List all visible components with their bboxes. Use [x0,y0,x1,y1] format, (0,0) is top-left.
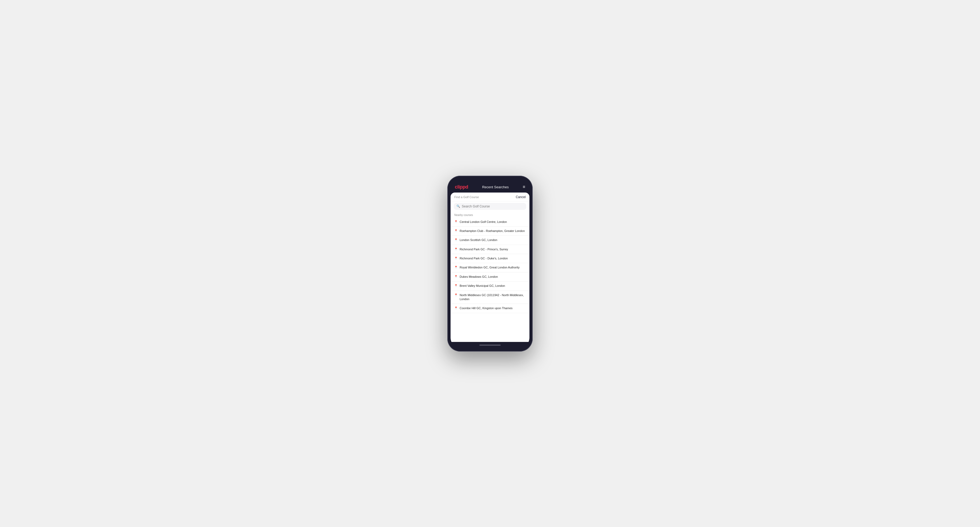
find-label: Find a Golf Course [454,195,479,198]
menu-icon[interactable]: ≡ [523,185,525,189]
course-list-item[interactable]: 📍Central London Golf Centre, London [450,217,530,227]
phone-screen: clippd Recent Searches ≡ Find a Golf Cou… [450,179,530,348]
pin-icon: 📍 [454,248,458,251]
pin-icon: 📍 [454,284,458,287]
course-list-item[interactable]: 📍London Scottish GC, London [450,236,530,245]
course-name: Central London Golf Centre, London [460,220,507,224]
pin-icon: 📍 [454,220,458,223]
course-name: Royal Wimbledon GC, Great London Authori… [460,265,520,270]
app-header: clippd Recent Searches ≡ [450,182,530,192]
find-bar: Find a Golf Course Cancel [450,192,530,201]
course-list-item[interactable]: 📍Coombe Hill GC, Kingston upon Thames [450,304,530,313]
course-list: 📍Central London Golf Centre, London📍Roeh… [450,217,530,313]
nearby-section: Nearby courses 📍Central London Golf Cent… [450,212,530,342]
course-name: Coombe Hill GC, Kingston upon Thames [460,306,513,310]
search-input[interactable] [462,205,523,208]
pin-icon: 📍 [454,294,458,296]
pin-icon: 📍 [454,275,458,278]
cancel-button[interactable]: Cancel [516,195,526,199]
course-list-item[interactable]: 📍Richmond Park GC - Duke's, London [450,254,530,263]
nearby-label: Nearby courses [450,212,530,217]
course-list-item[interactable]: 📍Dukes Meadows GC, London [450,272,530,281]
pin-icon: 📍 [454,257,458,260]
app-logo: clippd [455,184,468,190]
home-indicator [450,342,530,348]
course-name: Roehampton Club - Roehampton, Greater Lo… [460,229,525,233]
main-content: Find a Golf Course Cancel 🔍 Nearby cours… [450,192,530,342]
header-title: Recent Searches [482,185,509,189]
search-icon: 🔍 [457,205,460,208]
course-name: London Scottish GC, London [460,238,497,242]
course-list-item[interactable]: 📍Brent Valley Municipal GC, London [450,281,530,290]
status-bar [450,179,530,182]
pin-icon: 📍 [454,229,458,232]
course-list-item[interactable]: 📍Roehampton Club - Roehampton, Greater L… [450,227,530,236]
course-name: Dukes Meadows GC, London [460,275,498,279]
course-name: North Middlesex GC (1011942 - North Midd… [460,293,526,302]
course-name: Richmond Park GC - Prince's, Surrey [460,248,508,251]
pin-icon: 📍 [454,266,458,269]
course-list-item[interactable]: 📍Richmond Park GC - Prince's, Surrey [450,245,530,254]
pin-icon: 📍 [454,238,458,241]
pin-icon: 📍 [454,306,458,310]
course-name: Brent Valley Municipal GC, London [460,284,505,288]
course-list-item[interactable]: 📍North Middlesex GC (1011942 - North Mid… [450,291,530,304]
course-list-item[interactable]: 📍Royal Wimbledon GC, Great London Author… [450,263,530,272]
course-name: Richmond Park GC - Duke's, London [460,256,508,260]
phone-frame: clippd Recent Searches ≡ Find a Golf Cou… [447,176,533,351]
search-container: 🔍 [450,201,530,212]
home-bar [479,344,501,346]
search-input-wrapper: 🔍 [454,203,526,210]
